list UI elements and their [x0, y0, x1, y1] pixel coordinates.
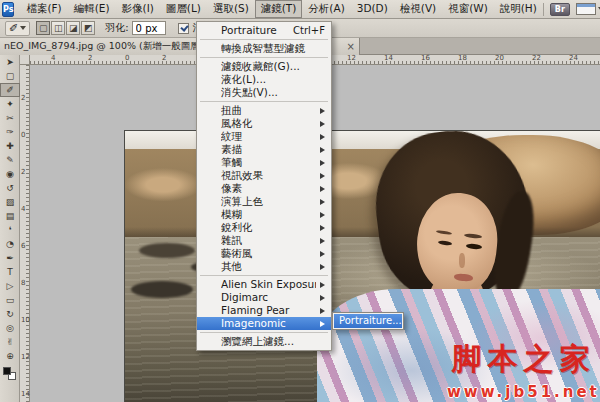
menubar-item[interactable]: 濾鏡(T) — [255, 0, 303, 18]
menubar-item[interactable]: 視窗(W) — [442, 0, 494, 18]
filter-menu-item[interactable]: 液化(L)... — [197, 73, 331, 86]
submenu-arrow-icon — [320, 282, 325, 288]
menu-item-label: 扭曲 — [221, 104, 316, 117]
filter-menu-item[interactable]: 轉換成智慧型濾鏡 — [197, 42, 331, 55]
vertical-ruler[interactable]: 202468101214 — [20, 65, 30, 402]
chevron-down-icon — [20, 26, 26, 30]
gradient-tool[interactable]: ▤ — [0, 209, 20, 223]
filter-menu-item[interactable]: 瀏覽網上濾鏡... — [197, 335, 331, 348]
foreground-color-swatch[interactable] — [3, 367, 11, 375]
menubar-item[interactable]: 編輯(E) — [68, 0, 116, 18]
ruler-label: 0 — [21, 132, 25, 139]
3d-orbit-tool[interactable]: ◎ — [0, 321, 20, 335]
filter-menu-item[interactable]: 素描 — [197, 143, 331, 156]
crop-tool[interactable]: ✂ — [0, 111, 20, 125]
submenu-arrow-icon — [320, 199, 325, 205]
intersect-selection-icon[interactable]: ◩ — [81, 21, 95, 35]
menu-item-label: 藝術風 — [221, 247, 316, 260]
clone-stamp-tool[interactable]: ◉ — [0, 167, 20, 181]
path-selection-tool[interactable]: ▷ — [0, 279, 20, 293]
menu-item-label: 液化(L)... — [221, 73, 325, 86]
dodge-tool[interactable]: ◔ — [0, 237, 20, 251]
lasso-icon: ✐ — [9, 22, 18, 35]
add-to-selection-icon[interactable]: ◫ — [51, 21, 65, 35]
filter-menu-item[interactable]: Digimarc — [197, 291, 331, 304]
marquee-tool[interactable]: ▢ — [0, 69, 20, 83]
menu-item-label: 濾鏡收藏館(G)... — [221, 60, 325, 73]
menu-item-label: 模糊 — [221, 208, 316, 221]
filter-menu-item[interactable]: 紋理 — [197, 130, 331, 143]
filter-menu-item[interactable]: 扭曲 — [197, 104, 331, 117]
ruler-label: 0 — [125, 55, 129, 62]
filter-menu-item[interactable]: 消失點(V)... — [197, 86, 331, 99]
filter-menu-item[interactable]: 筆觸 — [197, 156, 331, 169]
filter-menu-item[interactable]: Imagenomic — [197, 317, 331, 330]
menubar-item[interactable]: 3D(D) — [351, 0, 394, 18]
filter-menu-item[interactable]: 像素 — [197, 182, 331, 195]
ruler-label: 8 — [21, 280, 25, 287]
filter-menu-item[interactable]: Flaming Pear — [197, 304, 331, 317]
submenu-arrow-icon — [320, 147, 325, 153]
filter-menu-item[interactable]: 濾鏡收藏館(G)... — [197, 60, 331, 73]
menubar-item[interactable]: 圖層(L) — [160, 0, 207, 18]
submenu-arrow-icon — [320, 108, 325, 114]
ruler-corner — [20, 55, 30, 65]
new-selection-icon[interactable]: ▢ — [36, 21, 50, 35]
submenu-arrow-icon — [320, 212, 325, 218]
hand-tool[interactable]: ✌ — [0, 335, 20, 349]
color-swatches[interactable] — [3, 367, 17, 381]
menu-item-label: Imagenomic — [221, 317, 316, 330]
submenu-arrow-icon — [320, 295, 325, 301]
ruler-label: 2 — [21, 95, 25, 102]
quick-selection-tool[interactable]: ✦ — [0, 97, 20, 111]
tools-list: ➤▢✐✦✂✑✚✎◉↺▨▤❛◔✒T▷▭↻◎✌⊕ — [0, 55, 19, 363]
ruler-label: 12 — [21, 354, 30, 361]
zoom-tool[interactable]: ⊕ — [0, 349, 20, 363]
watermark: 脚本之家 www.jb51.net — [447, 339, 600, 401]
filter-menu-item[interactable]: 藝術風 — [197, 247, 331, 260]
shape-tool[interactable]: ▭ — [0, 293, 20, 307]
eyedropper-tool[interactable]: ✑ — [0, 125, 20, 139]
history-brush-tool[interactable]: ↺ — [0, 181, 20, 195]
submenu-arrow-icon — [320, 264, 325, 270]
filter-menu-item[interactable]: Alien Skin Exposure 2 — [197, 278, 331, 291]
antialias-checkbox[interactable] — [178, 23, 189, 34]
filter-menu-item[interactable]: 雜訊 — [197, 234, 331, 247]
filter-menu-item[interactable]: 演算上色 — [197, 195, 331, 208]
pen-tool[interactable]: ✒ — [0, 251, 20, 265]
3d-rotate-tool[interactable]: ↻ — [0, 307, 20, 321]
menu-item-shortcut: Ctrl+F — [293, 24, 325, 37]
menubar-item[interactable]: 選取(S) — [207, 0, 255, 18]
menubar-item[interactable]: 影像(I) — [116, 0, 160, 18]
menubar-item[interactable]: 分析(A) — [302, 0, 350, 18]
menubar-item[interactable]: 檔案(F) — [20, 0, 67, 18]
feather-input[interactable] — [132, 21, 166, 35]
close-icon[interactable]: × — [347, 41, 355, 52]
workspace-switcher[interactable] — [576, 3, 600, 15]
lasso-tool[interactable]: ✐ — [0, 83, 20, 97]
filter-menu-item[interactable]: 模糊 — [197, 208, 331, 221]
submenu-item[interactable]: Portraiture... — [334, 314, 402, 328]
watermark-title: 脚本之家 — [447, 339, 600, 380]
tool-preset-picker[interactable]: ✐ — [5, 21, 30, 36]
submenu-arrow-icon — [320, 134, 325, 140]
ruler-label: 12 — [347, 55, 356, 62]
subtract-from-selection-icon[interactable]: ◪ — [66, 21, 80, 35]
filter-menu-item[interactable]: PortraitureCtrl+F — [197, 24, 331, 37]
type-tool[interactable]: T — [0, 265, 20, 279]
move-tool[interactable]: ➤ — [0, 55, 20, 69]
filter-menu-item[interactable]: 風格化 — [197, 117, 331, 130]
filter-menu-item[interactable]: 其他 — [197, 260, 331, 273]
menubar-item[interactable]: 檢視(V) — [394, 0, 442, 18]
healing-brush-tool[interactable]: ✚ — [0, 139, 20, 153]
blur-tool[interactable]: ❛ — [0, 223, 20, 237]
bridge-button[interactable]: Br — [550, 3, 570, 16]
menu-item-label: Alien Skin Exposure 2 — [221, 278, 316, 291]
brush-tool[interactable]: ✎ — [0, 153, 20, 167]
ruler-label: 6 — [21, 243, 25, 250]
filter-menu-item[interactable]: 視訊效果 — [197, 169, 331, 182]
eraser-tool[interactable]: ▨ — [0, 195, 20, 209]
menu-item-label: Portraiture — [221, 24, 285, 37]
menubar-item[interactable]: 說明(H) — [494, 0, 543, 18]
filter-menu-item[interactable]: 銳利化 — [197, 221, 331, 234]
